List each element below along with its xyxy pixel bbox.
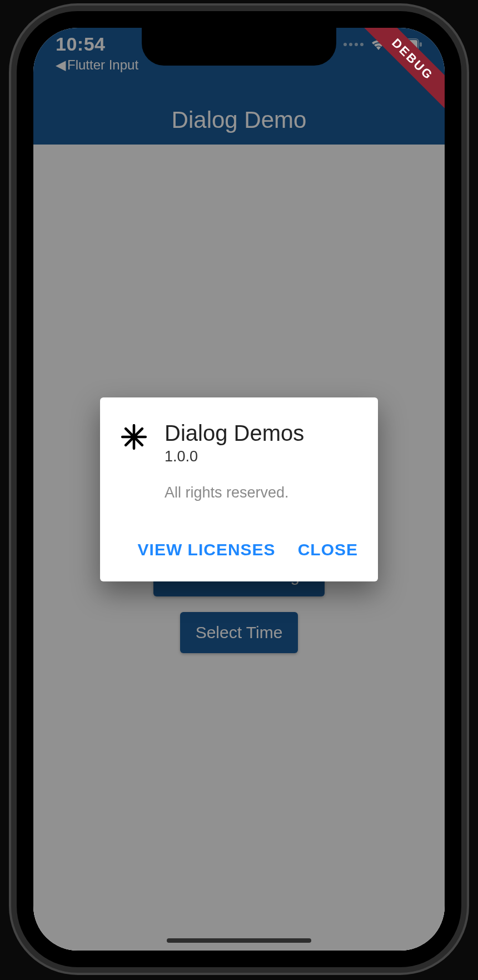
dialog-scrim[interactable]: Dialog Demos 1.0.0 All rights reserved. … [33,28,445,951]
home-indicator[interactable] [167,938,311,943]
dialog-body-text: All rights reserved. [165,484,358,501]
about-dialog: Dialog Demos 1.0.0 All rights reserved. … [100,397,378,581]
dialog-titles: Dialog Demos 1.0.0 [165,421,304,465]
dialog-title: Dialog Demos [165,421,304,446]
device-frame: 10:54 ◀ Flutter Input Dialog Demo [17,11,461,967]
dialog-header: Dialog Demos 1.0.0 [120,421,358,465]
snowflake-icon [120,423,148,451]
close-button[interactable]: CLOSE [298,540,358,559]
notch [142,28,336,66]
dialog-version: 1.0.0 [165,448,304,465]
dialog-actions: VIEW LICENSES CLOSE [120,540,358,570]
view-licenses-button[interactable]: VIEW LICENSES [138,540,276,559]
screen: 10:54 ◀ Flutter Input Dialog Demo [33,28,445,951]
